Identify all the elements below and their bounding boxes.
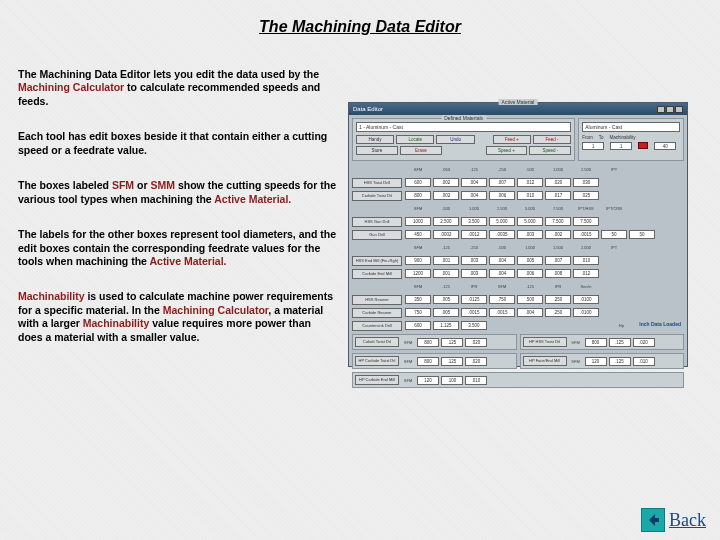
data-cell[interactable]: .125 (609, 338, 631, 347)
data-cell[interactable]: 600 (405, 178, 431, 187)
data-cell[interactable]: .030 (573, 178, 599, 187)
data-cell[interactable]: .0015 (461, 308, 487, 317)
data-cell[interactable]: 800 (405, 191, 431, 200)
data-cell[interactable]: 1200 (405, 269, 431, 278)
data-cell[interactable]: 3.500 (461, 217, 487, 226)
data-cell[interactable]: .250 (545, 295, 571, 304)
data-cell[interactable]: .020 (633, 338, 655, 347)
data-cell[interactable]: 50 (601, 230, 627, 239)
data-cell[interactable]: .010 (633, 357, 655, 366)
data-cell[interactable]: .010 (573, 256, 599, 265)
data-cell[interactable]: .002 (545, 230, 571, 239)
data-cell[interactable]: .0002 (433, 230, 459, 239)
data-cell[interactable]: .250 (545, 308, 571, 317)
undo-button[interactable]: Undo (436, 135, 474, 144)
data-cell[interactable]: 5.000 (517, 217, 543, 226)
data-cell[interactable]: .0015 (489, 308, 515, 317)
data-cell[interactable]: .004 (517, 308, 543, 317)
data-cell[interactable]: .004 (489, 256, 515, 265)
feed-plus-button[interactable]: Feed + (493, 135, 531, 144)
data-cell[interactable]: 800 (417, 338, 439, 347)
data-cell[interactable]: .0015 (573, 230, 599, 239)
window-content: Defined Materials 1 - Aluminum - Cast Ha… (349, 115, 687, 391)
minimize-icon[interactable] (657, 106, 665, 113)
data-cell[interactable]: .008 (545, 269, 571, 278)
speed-plus-button[interactable]: Speed + (486, 146, 528, 155)
data-cell[interactable]: .0012 (461, 230, 487, 239)
data-cell[interactable]: .012 (517, 178, 543, 187)
active-material-field[interactable]: Aluminum - Cast (582, 122, 680, 132)
data-cell[interactable]: .001 (433, 256, 459, 265)
data-cell[interactable]: .005 (517, 256, 543, 265)
erase-button[interactable]: Erase (400, 146, 442, 155)
data-cell[interactable]: 2.500 (433, 217, 459, 226)
data-cell[interactable]: .0100 (573, 295, 599, 304)
data-cell[interactable]: .005 (433, 295, 459, 304)
data-cell[interactable]: .100 (441, 376, 463, 385)
handy-button[interactable]: Handy (356, 135, 394, 144)
data-cell[interactable]: .002 (433, 191, 459, 200)
data-cell[interactable]: 600 (405, 321, 431, 330)
data-cell[interactable]: 800 (585, 338, 607, 347)
data-cell[interactable]: .007 (545, 256, 571, 265)
col-header: .250 (489, 165, 515, 174)
data-cell[interactable]: .007 (489, 178, 515, 187)
data-cell[interactable]: .004 (461, 191, 487, 200)
data-cell[interactable]: 800 (417, 357, 439, 366)
data-cell[interactable]: 1.125 (433, 321, 459, 330)
data-cell[interactable]: .020 (465, 357, 487, 366)
data-cell[interactable]: 7.500 (573, 217, 599, 226)
data-cell[interactable]: 1000 (405, 217, 431, 226)
data-cell[interactable]: .017 (545, 191, 571, 200)
data-cell[interactable]: .006 (517, 269, 543, 278)
from-input[interactable]: 1 (582, 142, 604, 150)
speed-minus-button[interactable]: Speed - (529, 146, 571, 155)
data-cell[interactable]: .0035 (489, 230, 515, 239)
maximize-icon[interactable] (666, 106, 674, 113)
data-cell[interactable]: .025 (573, 191, 599, 200)
row-label: HSS Gun Drill (352, 217, 402, 227)
data-cell[interactable]: 350 (405, 295, 431, 304)
data-cell[interactable]: .010 (517, 191, 543, 200)
data-cell[interactable]: 750 (405, 308, 431, 317)
data-cell[interactable]: .001 (433, 269, 459, 278)
material-dropdown[interactable]: 1 - Aluminum - Cast (356, 122, 571, 132)
data-cell[interactable]: .002 (433, 178, 459, 187)
data-cell[interactable]: .0125 (461, 295, 487, 304)
machinability-input[interactable]: 40 (654, 142, 676, 150)
data-cell[interactable]: .005 (433, 308, 459, 317)
feed-minus-button[interactable]: Feed - (533, 135, 571, 144)
back-link[interactable]: Back (641, 508, 706, 532)
data-cell[interactable]: .020 (545, 178, 571, 187)
col-header: 1.000 (517, 243, 543, 252)
data-cell[interactable]: 450 (405, 230, 431, 239)
data-cell[interactable]: 120 (417, 376, 439, 385)
data-cell[interactable]: 900 (405, 256, 431, 265)
data-cell[interactable]: .125 (441, 338, 463, 347)
data-cell[interactable]: .003 (517, 230, 543, 239)
data-cell[interactable]: 7.500 (545, 217, 571, 226)
data-cell[interactable]: .010 (465, 376, 487, 385)
data-cell[interactable]: .003 (461, 256, 487, 265)
data-cell[interactable]: .500 (517, 295, 543, 304)
bottom-panel: HP Carbide End MillSFM120.100.010 (352, 372, 684, 388)
to-input[interactable]: 1 (610, 142, 632, 150)
data-cell[interactable]: 5.000 (489, 217, 515, 226)
close-icon[interactable] (675, 106, 683, 113)
data-cell[interactable]: .006 (489, 191, 515, 200)
data-cell[interactable]: .020 (465, 338, 487, 347)
data-cell[interactable]: .003 (461, 269, 487, 278)
data-cell[interactable]: .004 (489, 269, 515, 278)
data-cell[interactable]: 50 (629, 230, 655, 239)
data-cell[interactable]: .0100 (573, 308, 599, 317)
page-title: The Machining Data Editor (0, 0, 720, 42)
data-cell[interactable]: .125 (441, 357, 463, 366)
data-cell[interactable]: .125 (609, 357, 631, 366)
data-cell[interactable]: 3.500 (461, 321, 487, 330)
data-cell[interactable]: .750 (489, 295, 515, 304)
locate-button[interactable]: Locate (396, 135, 434, 144)
data-cell[interactable]: .004 (461, 178, 487, 187)
data-cell[interactable]: .012 (573, 269, 599, 278)
data-cell[interactable]: 120 (585, 357, 607, 366)
store-button[interactable]: Store (356, 146, 398, 155)
